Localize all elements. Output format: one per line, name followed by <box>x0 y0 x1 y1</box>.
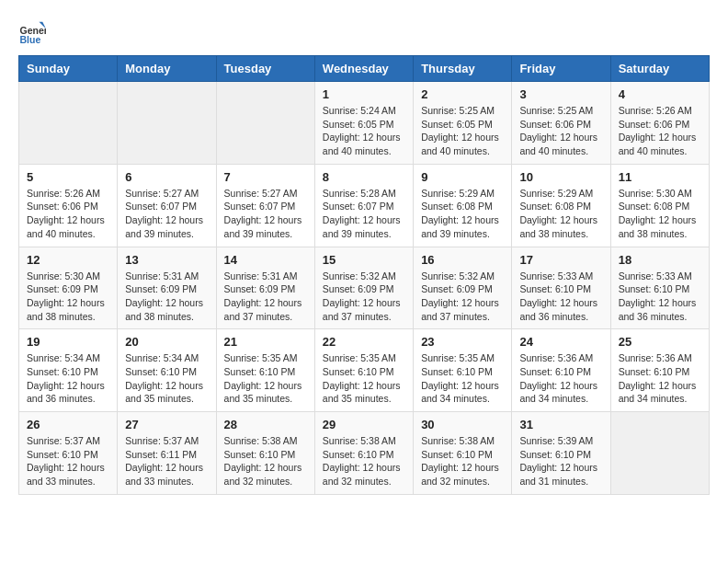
day-number: 25 <box>619 335 701 349</box>
calendar-cell <box>118 82 216 165</box>
day-info: Sunrise: 5:27 AMSunset: 6:07 PMDaylight:… <box>224 187 307 241</box>
calendar-cell: 10Sunrise: 5:29 AMSunset: 6:08 PMDayligh… <box>512 164 610 247</box>
calendar-week-2: 5Sunrise: 5:26 AMSunset: 6:06 PMDaylight… <box>19 164 710 247</box>
day-info: Sunrise: 5:39 AMSunset: 6:10 PMDaylight:… <box>519 434 602 488</box>
calendar-cell: 3Sunrise: 5:25 AMSunset: 6:06 PMDaylight… <box>512 82 610 165</box>
calendar-cell: 17Sunrise: 5:33 AMSunset: 6:10 PMDayligh… <box>512 247 610 329</box>
day-info: Sunrise: 5:25 AMSunset: 6:06 PMDaylight:… <box>519 104 602 158</box>
day-info: Sunrise: 5:30 AMSunset: 6:09 PMDaylight:… <box>27 270 109 324</box>
calendar-cell: 28Sunrise: 5:38 AMSunset: 6:10 PMDayligh… <box>216 412 314 495</box>
day-number: 3 <box>519 87 602 101</box>
day-number: 10 <box>519 170 602 184</box>
day-number: 4 <box>619 87 701 101</box>
page-header: General Blue <box>18 18 710 46</box>
calendar-week-5: 26Sunrise: 5:37 AMSunset: 6:10 PMDayligh… <box>19 412 710 495</box>
day-number: 23 <box>421 335 504 349</box>
day-number: 7 <box>224 170 307 184</box>
day-info: Sunrise: 5:29 AMSunset: 6:08 PMDaylight:… <box>421 187 504 241</box>
day-number: 9 <box>421 170 504 184</box>
calendar-week-3: 12Sunrise: 5:30 AMSunset: 6:09 PMDayligh… <box>19 247 710 329</box>
day-info: Sunrise: 5:32 AMSunset: 6:09 PMDaylight:… <box>421 270 504 324</box>
calendar-cell: 2Sunrise: 5:25 AMSunset: 6:05 PMDaylight… <box>414 82 512 165</box>
day-info: Sunrise: 5:33 AMSunset: 6:10 PMDaylight:… <box>619 270 701 324</box>
calendar-cell: 19Sunrise: 5:34 AMSunset: 6:10 PMDayligh… <box>19 329 118 412</box>
calendar-cell: 9Sunrise: 5:29 AMSunset: 6:08 PMDaylight… <box>414 164 512 247</box>
calendar-cell: 29Sunrise: 5:38 AMSunset: 6:10 PMDayligh… <box>314 412 413 495</box>
day-info: Sunrise: 5:36 AMSunset: 6:10 PMDaylight:… <box>619 351 701 406</box>
day-info: Sunrise: 5:38 AMSunset: 6:10 PMDaylight:… <box>224 434 307 488</box>
calendar-cell: 11Sunrise: 5:30 AMSunset: 6:08 PMDayligh… <box>610 164 709 247</box>
logo-icon: General Blue <box>18 18 46 46</box>
calendar-cell <box>610 412 709 495</box>
day-number: 17 <box>519 253 602 267</box>
calendar-cell: 18Sunrise: 5:33 AMSunset: 6:10 PMDayligh… <box>610 247 709 329</box>
day-number: 27 <box>125 418 208 431</box>
weekday-header-sunday: Sunday <box>19 56 118 82</box>
day-number: 15 <box>323 253 405 267</box>
weekday-header-friday: Friday <box>512 56 610 82</box>
logo: General Blue <box>18 18 50 46</box>
day-info: Sunrise: 5:35 AMSunset: 6:10 PMDaylight:… <box>323 351 405 406</box>
weekday-header-wednesday: Wednesday <box>314 56 413 82</box>
calendar-cell: 4Sunrise: 5:26 AMSunset: 6:06 PMDaylight… <box>610 82 709 165</box>
day-number: 2 <box>421 87 504 101</box>
calendar-table: SundayMondayTuesdayWednesdayThursdayFrid… <box>18 55 710 495</box>
day-number: 8 <box>323 170 405 184</box>
calendar-cell <box>19 82 118 165</box>
calendar-week-4: 19Sunrise: 5:34 AMSunset: 6:10 PMDayligh… <box>19 329 710 412</box>
weekday-header-saturday: Saturday <box>610 56 709 82</box>
day-number: 11 <box>619 170 701 184</box>
day-number: 26 <box>27 418 109 431</box>
calendar-cell: 14Sunrise: 5:31 AMSunset: 6:09 PMDayligh… <box>216 247 314 329</box>
day-info: Sunrise: 5:37 AMSunset: 6:10 PMDaylight:… <box>27 434 109 488</box>
day-info: Sunrise: 5:29 AMSunset: 6:08 PMDaylight:… <box>519 187 602 241</box>
calendar-cell: 20Sunrise: 5:34 AMSunset: 6:10 PMDayligh… <box>118 329 216 412</box>
day-info: Sunrise: 5:31 AMSunset: 6:09 PMDaylight:… <box>125 270 208 324</box>
day-info: Sunrise: 5:35 AMSunset: 6:10 PMDaylight:… <box>224 351 307 406</box>
day-number: 28 <box>224 418 307 431</box>
calendar-cell: 27Sunrise: 5:37 AMSunset: 6:11 PMDayligh… <box>118 412 216 495</box>
calendar-cell: 6Sunrise: 5:27 AMSunset: 6:07 PMDaylight… <box>118 164 216 247</box>
day-info: Sunrise: 5:24 AMSunset: 6:05 PMDaylight:… <box>323 104 405 158</box>
day-number: 21 <box>224 335 307 349</box>
day-info: Sunrise: 5:25 AMSunset: 6:05 PMDaylight:… <box>421 104 504 158</box>
day-number: 20 <box>125 335 208 349</box>
day-number: 16 <box>421 253 504 267</box>
day-info: Sunrise: 5:28 AMSunset: 6:07 PMDaylight:… <box>323 187 405 241</box>
calendar-cell: 21Sunrise: 5:35 AMSunset: 6:10 PMDayligh… <box>216 329 314 412</box>
calendar-cell: 7Sunrise: 5:27 AMSunset: 6:07 PMDaylight… <box>216 164 314 247</box>
day-info: Sunrise: 5:36 AMSunset: 6:10 PMDaylight:… <box>519 351 602 406</box>
calendar-cell: 5Sunrise: 5:26 AMSunset: 6:06 PMDaylight… <box>19 164 118 247</box>
day-number: 30 <box>421 418 504 431</box>
day-info: Sunrise: 5:38 AMSunset: 6:10 PMDaylight:… <box>421 434 504 488</box>
day-info: Sunrise: 5:34 AMSunset: 6:10 PMDaylight:… <box>125 351 208 406</box>
calendar-cell: 23Sunrise: 5:35 AMSunset: 6:10 PMDayligh… <box>414 329 512 412</box>
day-info: Sunrise: 5:35 AMSunset: 6:10 PMDaylight:… <box>421 351 504 406</box>
day-number: 19 <box>27 335 109 349</box>
calendar-cell: 24Sunrise: 5:36 AMSunset: 6:10 PMDayligh… <box>512 329 610 412</box>
calendar-cell: 1Sunrise: 5:24 AMSunset: 6:05 PMDaylight… <box>314 82 413 165</box>
day-number: 31 <box>519 418 602 431</box>
day-number: 29 <box>323 418 405 431</box>
weekday-header-thursday: Thursday <box>414 56 512 82</box>
day-number: 18 <box>619 253 701 267</box>
day-info: Sunrise: 5:33 AMSunset: 6:10 PMDaylight:… <box>519 270 602 324</box>
calendar-cell: 22Sunrise: 5:35 AMSunset: 6:10 PMDayligh… <box>314 329 413 412</box>
calendar-cell <box>216 82 314 165</box>
day-info: Sunrise: 5:30 AMSunset: 6:08 PMDaylight:… <box>619 187 701 241</box>
day-info: Sunrise: 5:34 AMSunset: 6:10 PMDaylight:… <box>27 351 109 406</box>
day-info: Sunrise: 5:26 AMSunset: 6:06 PMDaylight:… <box>619 104 701 158</box>
day-number: 13 <box>125 253 208 267</box>
day-number: 12 <box>27 253 109 267</box>
day-number: 5 <box>27 170 109 184</box>
calendar-cell: 16Sunrise: 5:32 AMSunset: 6:09 PMDayligh… <box>414 247 512 329</box>
weekday-header-monday: Monday <box>118 56 216 82</box>
day-number: 1 <box>323 87 405 101</box>
day-info: Sunrise: 5:31 AMSunset: 6:09 PMDaylight:… <box>224 270 307 324</box>
day-info: Sunrise: 5:32 AMSunset: 6:09 PMDaylight:… <box>323 270 405 324</box>
calendar-cell: 31Sunrise: 5:39 AMSunset: 6:10 PMDayligh… <box>512 412 610 495</box>
calendar-cell: 26Sunrise: 5:37 AMSunset: 6:10 PMDayligh… <box>19 412 118 495</box>
calendar-week-1: 1Sunrise: 5:24 AMSunset: 6:05 PMDaylight… <box>19 82 710 165</box>
day-info: Sunrise: 5:38 AMSunset: 6:10 PMDaylight:… <box>323 434 405 488</box>
day-info: Sunrise: 5:27 AMSunset: 6:07 PMDaylight:… <box>125 187 208 241</box>
